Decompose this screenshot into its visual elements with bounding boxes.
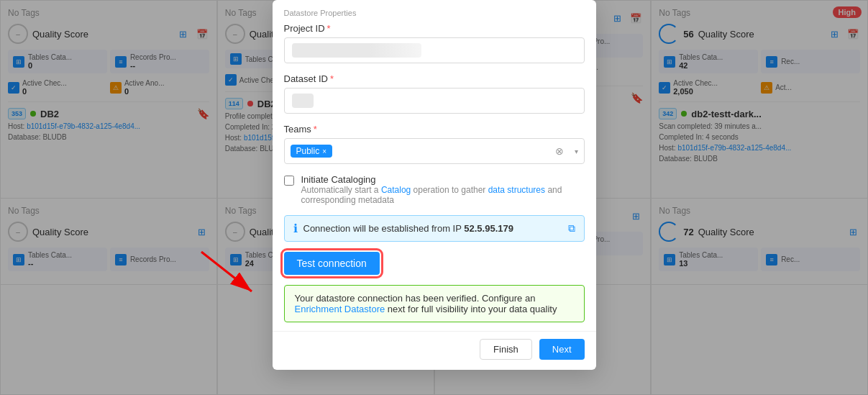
next-button[interactable]: Next [539, 339, 585, 360]
catalog-link[interactable]: Catalog [381, 185, 411, 195]
initiate-cataloging-text: Initiate Cataloging Automatically start … [301, 174, 585, 205]
modal-section-label: Datastore Properties [273, 0, 596, 17]
project-id-label: Project ID * [284, 23, 585, 34]
teams-label: Teams * [284, 124, 585, 135]
public-tag-label: Public [296, 146, 320, 156]
success-notice: Your datastore connection has been verif… [284, 285, 585, 322]
teams-group: Teams * Public × ⊗ ▾ [284, 124, 585, 164]
teams-required: * [314, 124, 317, 135]
project-id-input-wrapper[interactable] [284, 37, 585, 63]
success-message-text: Your datastore connection has been verif… [295, 293, 557, 314]
project-id-required: * [327, 23, 331, 34]
data-structures-link[interactable]: data structures [488, 185, 545, 195]
teams-clear-icon[interactable]: ⊗ [555, 145, 564, 157]
dataset-id-required: * [330, 73, 334, 84]
initiate-cataloging-checkbox[interactable] [284, 176, 294, 186]
info-icon: ℹ [293, 222, 298, 235]
dataset-id-group: Dataset ID * [284, 73, 585, 114]
ip-address: 52.5.95.179 [464, 223, 513, 234]
copy-icon[interactable]: ⧉ [568, 222, 575, 235]
public-tag[interactable]: Public × [291, 145, 333, 158]
teams-input[interactable]: Public × ⊗ ▾ [284, 138, 585, 164]
ip-notice: ℹ Connection will be established from IP… [284, 215, 585, 242]
modal: Datastore Properties Project ID * Datase… [273, 0, 596, 370]
modal-overlay: Datastore Properties Project ID * Datase… [0, 0, 868, 395]
modal-body: Project ID * Dataset ID * [273, 17, 596, 331]
initiate-description: Automatically start a Catalog operation … [301, 185, 585, 205]
project-id-group: Project ID * [284, 23, 585, 63]
dataset-id-label: Dataset ID * [284, 73, 585, 84]
ip-notice-text: Connection will be established from IP 5… [303, 223, 513, 234]
initiate-label: Initiate Cataloging [301, 174, 585, 185]
modal-footer: Finish Next [273, 331, 596, 370]
initiate-cataloging-row: Initiate Cataloging Automatically start … [284, 174, 585, 205]
test-connection-button[interactable]: Test connection [284, 252, 380, 275]
finish-button[interactable]: Finish [480, 339, 532, 360]
dataset-id-input-wrapper[interactable] [284, 88, 585, 114]
teams-dropdown-icon[interactable]: ▾ [575, 147, 578, 155]
public-tag-close[interactable]: × [322, 147, 326, 155]
dataset-id-blurred-value [292, 94, 314, 108]
project-id-blurred-value [292, 43, 421, 58]
enrichment-link[interactable]: Enrichment Datastore [295, 304, 385, 314]
